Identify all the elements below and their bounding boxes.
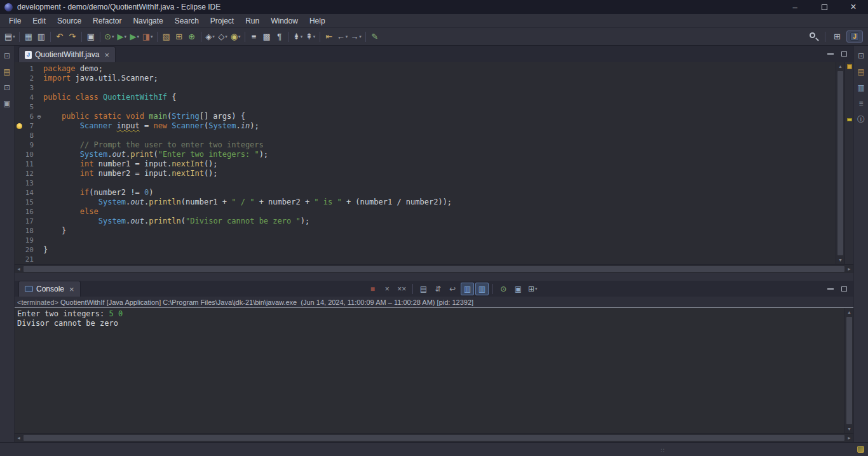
show-whitespace-button[interactable]: ¶ — [273, 30, 286, 44]
code-line[interactable]: 13 — [15, 178, 836, 188]
type-hierarchy-icon[interactable]: ⊡ — [4, 83, 10, 92]
scroll-left-icon[interactable]: ◄ — [15, 434, 23, 442]
remove-all-terminated-button[interactable]: ×× — [395, 283, 409, 295]
clear-console-button[interactable]: ▤ — [417, 283, 430, 295]
console-horizontal-scrollbar[interactable]: ◄ ► — [15, 433, 853, 442]
open-terminal-button[interactable]: ▣ — [85, 30, 97, 44]
status-tray-icon[interactable] — [857, 446, 864, 453]
open-type-button[interactable]: ◈▾ — [204, 30, 217, 44]
editor-console-sash[interactable] — [15, 273, 853, 281]
menu-run[interactable]: Run — [240, 15, 265, 27]
java-perspective-button[interactable]: J — [846, 30, 863, 43]
trim-drag-handle-icon[interactable]: ∷ — [661, 447, 665, 453]
pin-editor-button[interactable]: ✎ — [369, 30, 381, 44]
minimize-view-button[interactable] — [827, 53, 834, 55]
search-button[interactable] — [808, 30, 820, 44]
menu-window[interactable]: Window — [265, 15, 304, 27]
remove-launch-button[interactable]: × — [381, 283, 394, 295]
editor-vertical-scrollbar[interactable]: ▲ ▼ — [836, 62, 844, 264]
code-line[interactable]: 6⊖ public static void main(String[] args… — [15, 112, 836, 121]
scroll-down-icon[interactable]: ▼ — [845, 425, 853, 433]
scrollbar-thumb[interactable] — [24, 435, 844, 441]
format-source-button[interactable]: ≡ — [248, 30, 261, 44]
menu-project[interactable]: Project — [205, 15, 240, 27]
close-tab-icon[interactable]: × — [69, 285, 74, 293]
code-line[interactable]: 12 int number2 = input.nextInt(); — [15, 169, 836, 178]
code-line[interactable]: 21 — [15, 255, 836, 264]
maximize-view-button[interactable] — [841, 286, 847, 292]
package-explorer-icon[interactable]: ▤ — [3, 67, 10, 76]
scrollbar-thumb[interactable] — [837, 71, 843, 255]
code-line[interactable]: 3 — [15, 83, 836, 93]
junit-view-icon[interactable]: ▣ — [3, 99, 10, 108]
code-line[interactable]: 17 System.out.println("Divisor cannot be… — [15, 217, 836, 226]
annotation-summary-icon[interactable] — [847, 64, 852, 69]
new-package-button[interactable]: ⊞ — [173, 30, 186, 44]
pin-console-button[interactable]: ⊙ — [497, 283, 510, 295]
previous-annotation-button[interactable]: ⇞▾ — [304, 30, 317, 44]
restore-views-icon[interactable]: ⊡ — [858, 51, 864, 60]
scroll-up-icon[interactable]: ▲ — [836, 62, 844, 70]
maximize-view-button[interactable] — [841, 51, 847, 57]
scroll-right-icon[interactable]: ► — [845, 434, 853, 442]
code-line[interactable]: 8 — [15, 131, 836, 140]
code-line[interactable]: 16 else — [15, 207, 836, 217]
console-output[interactable]: Enter two integers: 5 0Divisor cannot be… — [15, 308, 844, 433]
javadoc-icon[interactable]: ⓘ — [857, 115, 865, 124]
overview-ruler[interactable] — [844, 62, 853, 264]
menu-file[interactable]: File — [3, 15, 27, 27]
scroll-lock-button[interactable]: ⇵ — [431, 283, 445, 295]
snippets-icon[interactable]: ▥ — [857, 83, 864, 92]
code-line[interactable]: 9 // Prompt the user to enter two intege… — [15, 140, 836, 150]
run-button[interactable]: ▶▾ — [116, 30, 128, 44]
new-wizard-button[interactable]: ▤▾ — [3, 30, 17, 44]
code-line[interactable]: 19 — [15, 236, 836, 245]
debug-button[interactable]: ⊙▾ — [103, 30, 116, 44]
redo-button[interactable]: ↷ — [66, 30, 79, 44]
task-list-icon[interactable]: ▤ — [857, 67, 864, 76]
warning-annotation-marker[interactable] — [847, 118, 852, 121]
code-line[interactable]: 2import java.util.Scanner; — [15, 74, 836, 83]
show-on-stderr-change-button[interactable]: ▥ — [475, 283, 489, 295]
editor-area[interactable]: 1package demo;2import java.util.Scanner;… — [15, 62, 853, 264]
print-button[interactable]: ▥ — [35, 30, 48, 44]
menu-source[interactable]: Source — [51, 15, 87, 27]
code-line[interactable]: 11 int number1 = input.nextInt(); — [15, 159, 836, 169]
code-line[interactable]: 10 System.out.print("Enter two integers:… — [15, 150, 836, 159]
open-perspective-button[interactable]: ⊞ — [830, 30, 844, 43]
minimize-button[interactable]: – — [780, 0, 810, 14]
code-editor[interactable]: 1package demo;2import java.util.Scanner;… — [15, 62, 836, 264]
scrollbar-thumb[interactable] — [24, 266, 844, 272]
code-line[interactable]: 20} — [15, 245, 836, 255]
display-selected-console-button[interactable]: ▣ — [512, 283, 525, 295]
code-line[interactable]: 4public class QuotientWithIf { — [15, 93, 836, 102]
show-on-stdout-change-button[interactable]: ▥ — [461, 283, 474, 295]
new-class-button[interactable]: ⊕ — [186, 30, 198, 44]
console-tab[interactable]: Console × — [18, 281, 81, 297]
restore-views-icon[interactable]: ⊡ — [4, 51, 10, 60]
menu-refactor[interactable]: Refactor — [87, 15, 127, 27]
scroll-down-icon[interactable]: ▼ — [836, 256, 844, 264]
code-line[interactable]: 5 — [15, 102, 836, 112]
code-line[interactable]: 1package demo; — [15, 64, 836, 74]
console-vertical-scrollbar[interactable]: ▲ ▼ — [844, 308, 853, 433]
minimize-view-button[interactable] — [827, 288, 834, 290]
close-tab-icon[interactable]: × — [104, 51, 109, 59]
code-line[interactable]: 7 Scanner input = new Scanner(System.in)… — [15, 121, 836, 131]
search-dialog-button[interactable]: ◉▾ — [229, 30, 242, 44]
outline-icon[interactable]: ≡ — [858, 99, 863, 108]
organize-imports-button[interactable]: ▩ — [261, 30, 273, 44]
coverage-button[interactable]: ◨▾ — [141, 30, 154, 44]
scroll-up-icon[interactable]: ▲ — [845, 308, 853, 316]
new-java-project-button[interactable]: ▧ — [160, 30, 173, 44]
menu-edit[interactable]: Edit — [27, 15, 51, 27]
next-annotation-button[interactable]: ⇟▾ — [292, 30, 304, 44]
editor-horizontal-scrollbar[interactable]: ◄ ► — [15, 264, 853, 273]
code-line[interactable]: 14 if(number2 != 0) — [15, 188, 836, 198]
call-hierarchy-button[interactable]: ◇▾ — [217, 30, 229, 44]
code-line[interactable]: 15 System.out.println(number1 + " / " + … — [15, 198, 836, 207]
code-line[interactable]: 18 } — [15, 226, 836, 236]
save-button[interactable]: ▦ — [22, 30, 35, 44]
scrollbar-thumb[interactable] — [846, 317, 852, 424]
editor-tab-quotientwithif[interactable]: J QuotientWithIf.java × — [18, 46, 116, 62]
